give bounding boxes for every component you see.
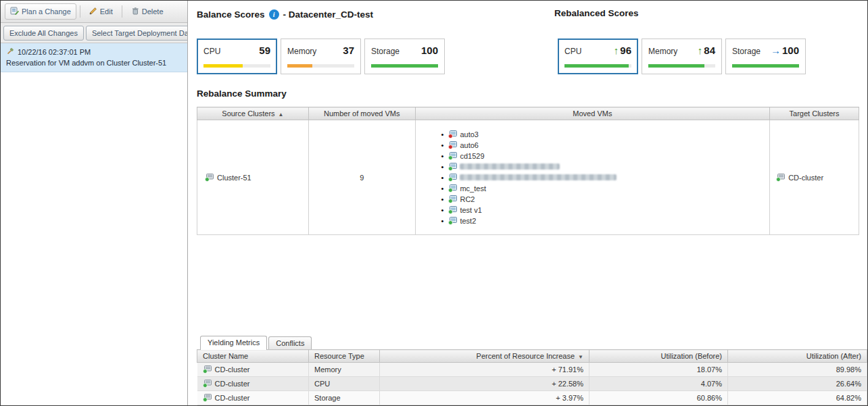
change-list-item[interactable]: 10/22/16 02:37:01 PM Reservation for VM …: [1, 43, 187, 72]
utilization-after: 64.82%: [728, 391, 867, 405]
column-header-percent-increase[interactable]: Percent of Resource Increase: [380, 350, 589, 363]
score-card-memory[interactable]: Memory 37: [281, 39, 361, 74]
cluster-icon: [203, 380, 212, 388]
plan-a-change-button[interactable]: Plan a Change: [5, 3, 76, 20]
toolbar-separator: [122, 5, 122, 18]
column-header-source-clusters[interactable]: Source Clusters: [197, 107, 309, 120]
delete-button[interactable]: Delete: [126, 3, 169, 20]
percent-increase: + 22.58%: [380, 377, 589, 391]
source-cluster-name: Cluster-51: [217, 174, 251, 182]
change-type-icon: [6, 47, 14, 57]
moved-vm: RC2: [441, 194, 770, 205]
cluster-icon: [776, 174, 785, 182]
metrics-dock: Yielding Metrics Conflicts Cluster Name …: [197, 334, 867, 405]
column-header-target-clusters[interactable]: Target Clusters: [770, 107, 859, 120]
edit-button[interactable]: Edit: [84, 3, 118, 20]
metrics-row[interactable]: CD-cluster CPU + 22.58% 4.07% 26.64%: [197, 377, 867, 391]
vm-icon: [448, 206, 457, 214]
score-card-cpu[interactable]: CPU 59: [197, 39, 277, 74]
redacted-vm-name: [460, 163, 560, 170]
datacenter-name: - Datacenter_CD-test: [283, 9, 374, 20]
resource-type: CPU: [309, 377, 380, 391]
score-bar: [732, 64, 799, 68]
score-bar: [564, 64, 631, 68]
vm-icon: [448, 152, 457, 160]
vm-name: cd1529: [460, 151, 484, 161]
exclude-all-changes-button[interactable]: Exclude All Changes: [3, 26, 84, 41]
score-label: Storage: [371, 47, 400, 56]
sort-descending-icon: Percent of Resource Increase: [477, 352, 583, 360]
edit-label: Edit: [100, 7, 113, 16]
trend-right-icon: [771, 45, 781, 56]
cluster-name: CD-cluster: [215, 394, 250, 402]
score-bar: [203, 64, 270, 68]
score-bar: [287, 64, 354, 68]
edit-icon: [89, 7, 97, 16]
vm-icon: [448, 195, 457, 203]
score-bar: [648, 64, 715, 68]
tab-yielding-metrics[interactable]: Yielding Metrics: [200, 336, 267, 350]
column-header-utilization-after[interactable]: Utilization (After): [728, 350, 867, 363]
rebalance-summary-table: Source Clusters Number of moved VMs Move…: [197, 107, 859, 235]
tab-conflicts[interactable]: Conflicts: [268, 336, 312, 349]
metrics-row[interactable]: CD-cluster Storage + 3.97% 60.86% 64.82%: [197, 391, 867, 405]
trend-up-icon: [698, 45, 703, 56]
score-label: CPU: [564, 47, 581, 56]
moved-vm: test2: [441, 215, 770, 226]
info-icon[interactable]: i: [269, 9, 279, 20]
change-description: Reservation for VM addvm on Cluster Clus…: [6, 59, 182, 67]
rebalanced-card-storage[interactable]: Storage 100: [725, 39, 806, 74]
resource-type: Memory: [309, 363, 380, 377]
rebalanced-card-memory[interactable]: Memory 84: [642, 39, 722, 74]
column-header-resource-type[interactable]: Resource Type: [309, 350, 380, 363]
utilization-before: 4.07%: [589, 377, 728, 391]
cluster-icon: [205, 174, 214, 182]
column-header-cluster-name[interactable]: Cluster Name: [197, 350, 309, 363]
moved-vm-count: 9: [308, 120, 415, 235]
cluster-name: CD-cluster: [215, 380, 250, 388]
score-value: 59: [259, 45, 270, 56]
vm-icon: [448, 174, 457, 182]
score-cards-row: CPU 59 Memory 37 Storage 100: [197, 39, 867, 74]
summary-row[interactable]: Cluster-51 9 auto3 auto6: [197, 120, 859, 235]
utilization-before: 18.07%: [589, 363, 728, 377]
changes-toolbar: Plan a Change Edit Delete: [1, 1, 187, 23]
score-value: 84: [704, 45, 715, 56]
percent-increase: + 71.91%: [380, 363, 589, 377]
utilization-before: 60.86%: [589, 391, 728, 405]
utilization-after: 89.98%: [728, 363, 867, 377]
utilization-after: 26.64%: [728, 377, 867, 391]
moved-vm: test v1: [441, 205, 770, 215]
score-card-storage[interactable]: Storage 100: [364, 39, 445, 74]
metrics-row[interactable]: CD-cluster Memory + 71.91% 18.07% 89.98%: [197, 363, 867, 377]
rebalanced-scores-title: Rebalanced Scores: [554, 8, 639, 18]
balance-scores-title: Balance Scores: [197, 9, 265, 20]
score-value: 37: [343, 45, 354, 56]
moved-vm: cd1529: [441, 151, 770, 161]
cluster-icon: [203, 365, 212, 374]
vm-name: auto6: [460, 140, 479, 151]
toolbar-separator: [80, 5, 80, 18]
select-target-deployment-button[interactable]: Select Target Deployment Da: [86, 26, 187, 41]
vm-name: auto3: [460, 129, 479, 140]
column-header-moved-count[interactable]: Number of moved VMs: [308, 107, 415, 120]
score-bar: [371, 64, 438, 68]
vm-name: mc_test: [460, 183, 486, 194]
app-window: Plan a Change Edit Delete Exclude All Ch…: [0, 0, 868, 406]
moved-vm: auto6: [441, 140, 770, 151]
changes-actions-bar: Exclude All Changes Select Target Deploy…: [1, 23, 187, 43]
cluster-icon: [203, 394, 212, 402]
yielding-metrics-table: Cluster Name Resource Type Percent of Re…: [197, 349, 867, 405]
score-value: 96: [620, 45, 631, 56]
resource-type: Storage: [309, 391, 380, 405]
column-header-moved-vms[interactable]: Moved VMs: [415, 107, 770, 120]
delete-icon: [131, 7, 139, 16]
score-label: CPU: [203, 47, 220, 56]
vm-icon: [448, 184, 457, 193]
score-value: 100: [421, 45, 438, 56]
rebalanced-card-cpu[interactable]: CPU 96: [558, 39, 638, 74]
moved-vm: [441, 172, 770, 183]
target-cluster-name: CD-cluster: [788, 174, 823, 182]
rebalance-main-panel: Balance Scores i - Datacenter_CD-test Re…: [188, 1, 867, 405]
column-header-utilization-before[interactable]: Utilization (Before): [589, 350, 728, 363]
